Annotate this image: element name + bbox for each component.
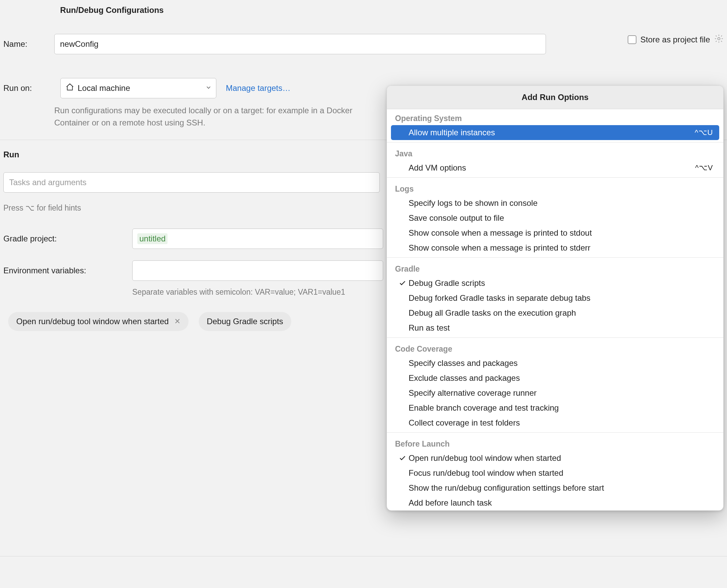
field-hints: Press ⌥ for field hints — [3, 203, 81, 213]
popup-item[interactable]: Save console output to file — [387, 211, 723, 226]
popup-item[interactable]: Collect coverage in test folders — [387, 415, 723, 430]
popup-item-label: Show the run/debug configuration setting… — [409, 483, 715, 493]
popup-item[interactable]: Add before launch task — [387, 495, 723, 510]
popup-item[interactable]: Debug all Gradle tasks on the execution … — [387, 306, 723, 320]
popup-item[interactable]: Debug Gradle scripts — [387, 276, 723, 291]
popup-item-label: Run as test — [409, 323, 715, 333]
popup-group-label: Java — [387, 144, 723, 160]
popup-group-label: Before Launch — [387, 435, 723, 451]
popup-item[interactable]: Show the run/debug configuration setting… — [387, 481, 723, 495]
runon-hint: Run configurations may be executed local… — [54, 104, 359, 129]
chip-open-tool-window[interactable]: Open run/debug tool window when started … — [8, 312, 189, 331]
popup-item[interactable]: Add VM options^⌥V — [387, 160, 723, 175]
chevron-down-icon — [205, 83, 212, 93]
popup-item-label: Open run/debug tool window when started — [409, 453, 715, 463]
popup-divider — [387, 257, 723, 258]
popup-item[interactable]: Allow multiple instances^⌥U — [391, 125, 719, 140]
popup-item[interactable]: Exclude classes and packages — [387, 371, 723, 386]
gear-icon[interactable] — [714, 34, 724, 45]
store-as-project-file-label: Store as project file — [641, 35, 710, 44]
popup-title: Add Run Options — [387, 86, 723, 109]
svg-point-0 — [718, 38, 720, 40]
popup-item[interactable]: Show console when a message is printed t… — [387, 226, 723, 240]
popup-item-label: Debug Gradle scripts — [409, 278, 715, 288]
popup-item-label: Allow multiple instances — [409, 128, 695, 137]
manage-targets-link[interactable]: Manage targets… — [226, 83, 291, 93]
tasks-and-arguments-input[interactable] — [3, 172, 380, 193]
popup-item-label: Exclude classes and packages — [409, 373, 715, 383]
popup-item-label: Save console output to file — [409, 213, 715, 223]
run-heading: Run — [3, 150, 19, 159]
popup-item[interactable]: Debug forked Gradle tasks in separate de… — [387, 291, 723, 306]
popup-item[interactable]: Specify alternative coverage runner — [387, 386, 723, 400]
popup-item[interactable]: Specify classes and packages — [387, 356, 723, 371]
env-hint: Separate variables with semicolon: VAR=v… — [132, 288, 345, 297]
popup-group-label: Gradle — [387, 260, 723, 276]
dialog-title: Run/Debug Configurations — [0, 5, 224, 15]
popup-item[interactable]: Run as test — [387, 320, 723, 335]
chip-debug-gradle-scripts[interactable]: Debug Gradle scripts — [199, 312, 291, 331]
gradle-project-input[interactable]: untitled — [132, 229, 383, 249]
gradle-project-label: Gradle project: — [3, 234, 132, 243]
popup-item-label: Debug forked Gradle tasks in separate de… — [409, 293, 715, 303]
popup-group-label: Code Coverage — [387, 340, 723, 356]
popup-item[interactable]: Enable branch coverage and test tracking — [387, 400, 723, 415]
check-icon — [396, 454, 409, 462]
popup-item-label: Specify alternative coverage runner — [409, 388, 715, 398]
popup-item-label: Specify classes and packages — [409, 358, 715, 368]
runon-label: Run on: — [3, 83, 51, 93]
popup-item-label: Add before launch task — [409, 498, 715, 508]
popup-group-label: Operating System — [387, 109, 723, 125]
env-variables-label: Environment variables: — [3, 266, 132, 275]
runon-value: Local machine — [78, 83, 130, 93]
popup-item-label: Debug all Gradle tasks on the execution … — [409, 308, 715, 318]
popup-item[interactable]: Specify logs to be shown in console — [387, 196, 723, 211]
home-icon — [65, 83, 74, 94]
popup-item-label: Show console when a message is printed t… — [409, 228, 715, 238]
popup-item-label: Specify logs to be shown in console — [409, 198, 715, 208]
popup-divider — [387, 432, 723, 433]
popup-item-label: Collect coverage in test folders — [409, 418, 715, 428]
add-run-options-popup: Add Run Options Operating SystemAllow mu… — [387, 85, 724, 511]
close-icon[interactable]: ✕ — [174, 317, 180, 326]
popup-item-label: Focus run/debug tool window when started — [409, 468, 715, 478]
store-as-project-file-checkbox[interactable] — [628, 35, 636, 44]
popup-divider — [387, 337, 723, 338]
env-variables-input[interactable] — [132, 260, 383, 281]
name-input[interactable] — [54, 34, 546, 54]
popup-divider — [387, 142, 723, 142]
popup-item[interactable]: Show console when a message is printed t… — [387, 240, 723, 255]
chip-label: Open run/debug tool window when started — [16, 317, 169, 326]
bottom-divider — [0, 556, 727, 556]
popup-item-label: Add VM options — [409, 163, 695, 173]
popup-group-label: Logs — [387, 180, 723, 196]
runon-combo[interactable]: Local machine — [60, 78, 216, 98]
popup-item-label: Show console when a message is printed t… — [409, 243, 715, 253]
popup-item-shortcut: ^⌥U — [695, 128, 715, 137]
popup-item-shortcut: ^⌥V — [695, 163, 715, 172]
name-label: Name: — [3, 39, 54, 49]
chip-label: Debug Gradle scripts — [207, 317, 283, 326]
popup-item[interactable]: Open run/debug tool window when started — [387, 451, 723, 466]
popup-divider — [387, 177, 723, 178]
check-icon — [396, 279, 409, 287]
popup-item-label: Enable branch coverage and test tracking — [409, 403, 715, 413]
popup-item[interactable]: Focus run/debug tool window when started — [387, 466, 723, 481]
gradle-project-value: untitled — [137, 233, 168, 244]
